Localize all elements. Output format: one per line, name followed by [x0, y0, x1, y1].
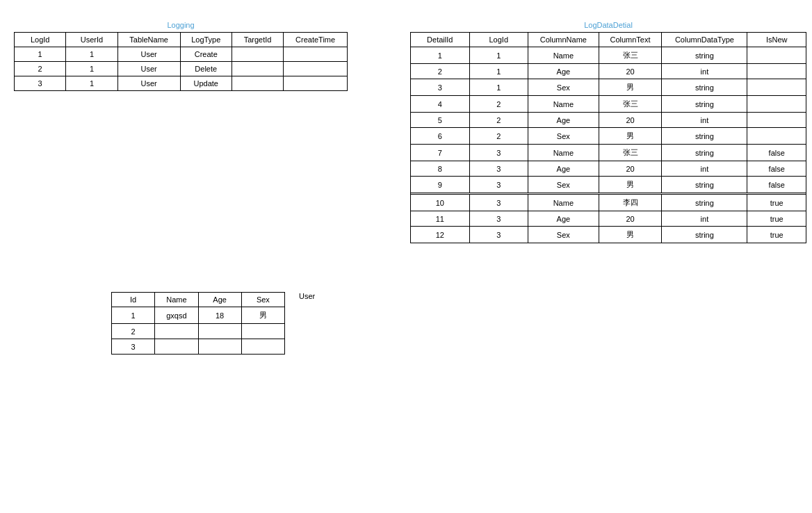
logging-header-row: LogId UserId TableName LogType TargetId … [15, 33, 348, 47]
table-cell: 张三 [599, 47, 662, 64]
table-cell: Name [528, 195, 599, 211]
table-cell: 2 [469, 128, 528, 145]
table-cell: string [662, 177, 747, 193]
table-cell: 3 [469, 145, 528, 161]
user-col-sex: Sex [241, 293, 284, 307]
table-cell: string [662, 128, 747, 145]
table-cell: Age [528, 211, 599, 227]
table-cell: 1 [112, 307, 155, 324]
table-cell: Name [528, 47, 599, 64]
table-cell: string [662, 96, 747, 113]
logdetail-col-columntext: ColumnText [599, 33, 662, 47]
table-cell: 2 [15, 62, 66, 76]
table-cell: string [662, 195, 747, 211]
table-cell: false [747, 145, 806, 161]
table-cell: 7 [411, 145, 470, 161]
table-cell: 2 [469, 113, 528, 128]
user-table: Id Name Age Sex 1gxqsd18男23 [111, 292, 285, 355]
table-cell: 3 [469, 195, 528, 211]
table-cell: Update [180, 76, 232, 91]
table-cell: 2 [112, 324, 155, 339]
table-cell: 1 [66, 47, 117, 62]
table-cell: Sex [528, 177, 599, 193]
table-cell [747, 64, 806, 79]
table-cell: 张三 [599, 145, 662, 161]
table-cell: int [662, 113, 747, 128]
logging-col-logid: LogId [15, 33, 66, 47]
table-cell: 男 [599, 177, 662, 193]
table-row: 62Sex男string [411, 128, 806, 145]
table-cell: User [117, 62, 180, 76]
table-cell: int [662, 64, 747, 79]
table-cell: Age [528, 161, 599, 177]
table-cell: 男 [599, 128, 662, 145]
table-cell: true [747, 211, 806, 227]
table-cell [284, 62, 348, 76]
table-cell: Sex [528, 79, 599, 96]
table-cell: 20 [599, 64, 662, 79]
table-cell: 9 [411, 177, 470, 193]
logdetail-col-columndatatype: ColumnDataType [662, 33, 747, 47]
table-cell: Name [528, 96, 599, 113]
logdetail-label: LogDataDetial [410, 21, 806, 29]
table-cell: Age [528, 113, 599, 128]
table-cell: 1 [469, 79, 528, 96]
table-cell: 3 [112, 339, 155, 355]
table-row: 103Name李四stringtrue [411, 195, 806, 211]
table-cell: int [662, 211, 747, 227]
table-row: 42Name张三string [411, 96, 806, 113]
table-cell: 1 [15, 47, 66, 62]
table-cell [232, 62, 283, 76]
table-cell [747, 96, 806, 113]
logdetail-col-logid: LogId [469, 33, 528, 47]
table-cell: Delete [180, 62, 232, 76]
logdetail-col-columnname: ColumnName [528, 33, 599, 47]
table-cell [284, 47, 348, 62]
logdetail-col-detailid: DetailId [411, 33, 470, 47]
table-cell: 3 [15, 76, 66, 91]
table-cell: string [662, 227, 747, 243]
table-cell: User [117, 47, 180, 62]
table-cell: int [662, 161, 747, 177]
table-cell: 李四 [599, 195, 662, 211]
table-row: 93Sex男stringfalse [411, 177, 806, 193]
logdetail-col-isnew: IsNew [747, 33, 806, 47]
table-row: 3 [112, 339, 285, 355]
table-cell: true [747, 227, 806, 243]
table-row: 31Sex男string [411, 79, 806, 96]
logging-col-userid: UserId [66, 33, 117, 47]
table-row: 73Name张三stringfalse [411, 145, 806, 161]
table-cell: 3 [469, 177, 528, 193]
table-cell: Sex [528, 128, 599, 145]
table-cell: 男 [599, 79, 662, 96]
table-cell [284, 76, 348, 91]
table-cell: 3 [469, 227, 528, 243]
table-cell [747, 113, 806, 128]
table-cell: 8 [411, 161, 470, 177]
table-row: 123Sex男stringtrue [411, 227, 806, 243]
table-row: 31UserUpdate [15, 76, 348, 91]
table-row: 11Name张三string [411, 47, 806, 64]
user-header-row: Id Name Age Sex [112, 293, 285, 307]
table-cell: 12 [411, 227, 470, 243]
table-cell: true [747, 195, 806, 211]
table-cell [198, 324, 241, 339]
table-row: 21Age20int [411, 64, 806, 79]
logging-col-targetid: TargetId [232, 33, 283, 47]
table-cell: Age [528, 64, 599, 79]
logging-col-tablename: TableName [117, 33, 180, 47]
table-cell: 1 [411, 47, 470, 64]
table-cell: Create [180, 47, 232, 62]
table-cell: 10 [411, 195, 470, 211]
table-row: 11UserCreate [15, 47, 348, 62]
table-cell: 2 [469, 96, 528, 113]
table-cell: string [662, 145, 747, 161]
logging-table: LogId UserId TableName LogType TargetId … [14, 32, 348, 91]
table-cell: 2 [411, 64, 470, 79]
table-cell: 1 [66, 76, 117, 91]
table-cell [155, 339, 198, 355]
table-cell: 3 [469, 211, 528, 227]
table-cell [232, 76, 283, 91]
table-row: 83Age20intfalse [411, 161, 806, 177]
table-cell: gxqsd [155, 307, 198, 324]
